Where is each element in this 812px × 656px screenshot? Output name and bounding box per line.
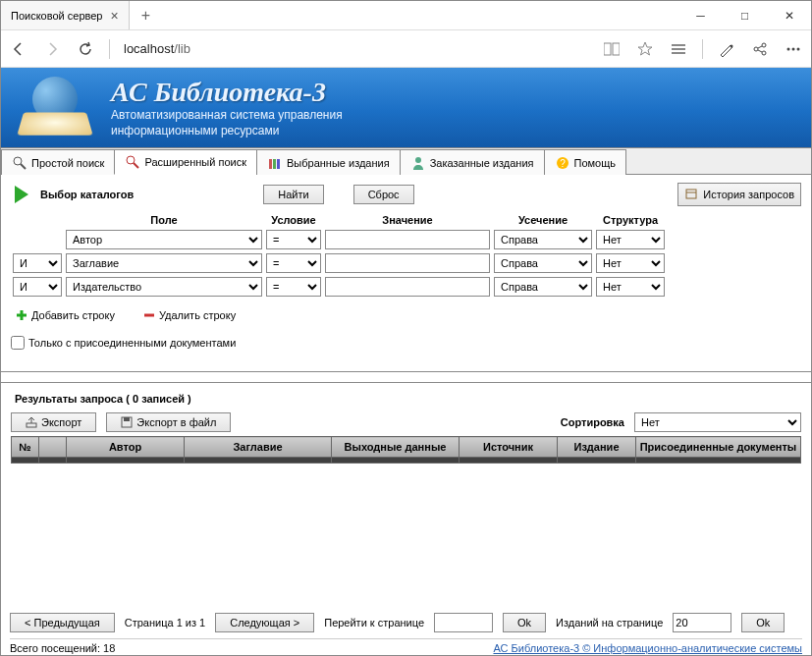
svg-rect-0 (604, 43, 611, 55)
col-chk[interactable] (39, 437, 67, 458)
export-file-button[interactable]: Экспорт в файл (106, 412, 231, 432)
share-icon[interactable] (750, 39, 770, 59)
col-source[interactable]: Источник (460, 437, 558, 458)
attached-checkbox[interactable] (11, 336, 25, 350)
attached-label: Только с присоединенными документами (28, 337, 236, 349)
cond-select[interactable]: = (266, 277, 321, 297)
cond-select[interactable]: = (266, 230, 321, 249)
refresh-button[interactable] (76, 39, 95, 59)
tab-help[interactable]: ?Помощь (544, 149, 627, 175)
svg-point-5 (731, 44, 733, 47)
note-icon[interactable] (717, 39, 736, 59)
goto-ok-button[interactable]: Ok (503, 613, 546, 632)
trunc-select[interactable]: Справа (494, 230, 592, 249)
url-field[interactable]: localhost/lib (124, 41, 588, 56)
forward-button[interactable] (42, 39, 62, 59)
del-row-button[interactable]: Удалить строку (142, 308, 236, 322)
disk-icon (121, 416, 133, 428)
op-select[interactable]: И (13, 277, 62, 297)
history-button[interactable]: История запросов (677, 183, 801, 206)
footer: Всего посещений: 18 АС Библиотека-3 © Ин… (10, 638, 802, 654)
trunc-select[interactable]: Справа (494, 277, 592, 297)
banner: АС Библиотека-3 Автоматизированная систе… (1, 68, 811, 148)
struct-select[interactable]: Нет (596, 230, 665, 249)
col-author[interactable]: Автор (67, 437, 185, 458)
field-select[interactable]: Автор (66, 230, 262, 249)
query-row: И Заглавие = Справа Нет (11, 251, 667, 275)
trunc-select[interactable]: Справа (494, 253, 592, 273)
perpage-input[interactable] (673, 613, 731, 632)
query-row: Автор = Справа Нет (11, 228, 667, 251)
svg-line-9 (758, 46, 762, 48)
pager: < Предыдущая Страница 1 из 1 Следующая >… (10, 613, 802, 632)
logo-icon (13, 75, 101, 141)
col-field: Поле (64, 212, 264, 228)
svg-rect-18 (269, 159, 272, 169)
footer-link[interactable]: АС Библиотека-3 © Информационно-аналитич… (493, 642, 802, 654)
address-bar: localhost/lib (1, 30, 811, 68)
perpage-ok-button[interactable]: Ok (741, 613, 785, 632)
query-table: Поле Условие Значение Усечение Структура… (11, 212, 667, 299)
col-attached[interactable]: Присоединенные документы (636, 437, 801, 458)
value-input[interactable] (325, 253, 490, 273)
page-label: Страница 1 из 1 (125, 617, 205, 629)
magnifier-icon (12, 155, 27, 171)
svg-point-11 (787, 47, 790, 50)
add-row-button[interactable]: Добавить строку (15, 308, 115, 322)
new-tab-button[interactable]: + (130, 7, 162, 25)
more-icon[interactable] (784, 39, 803, 59)
svg-rect-29 (27, 423, 36, 427)
svg-rect-20 (277, 159, 280, 169)
struct-select[interactable]: Нет (596, 277, 665, 297)
svg-point-14 (14, 157, 22, 165)
svg-rect-19 (273, 159, 276, 169)
field-select[interactable]: Издательство (66, 277, 262, 297)
col-imprint[interactable]: Выходные данные (332, 437, 460, 458)
struct-select[interactable]: Нет (596, 253, 665, 273)
app-subtitle1: Автоматизированная система управления (111, 108, 343, 124)
sort-select[interactable]: Нет (634, 412, 801, 432)
visits-label: Всего посещений: 18 (10, 642, 115, 654)
reading-view-icon[interactable] (602, 39, 622, 59)
reset-button[interactable]: Сброс (353, 185, 414, 204)
tab-selected[interactable]: Выбранные издания (256, 149, 401, 175)
tab-advanced-search[interactable]: Расширенный поиск (114, 149, 257, 175)
svg-rect-1 (613, 43, 620, 55)
goto-input[interactable] (434, 613, 493, 632)
tab-simple-search[interactable]: Простой поиск (1, 149, 115, 175)
url-path: /lib (174, 41, 190, 56)
cond-select[interactable]: = (266, 253, 321, 273)
svg-text:?: ? (560, 158, 566, 169)
hub-icon[interactable] (669, 39, 688, 59)
app-title: АС Библиотека-3 (111, 77, 343, 108)
url-host: localhost (124, 41, 174, 56)
content: Выбор каталогов Найти Сброс История запр… (1, 175, 811, 357)
value-input[interactable] (325, 277, 490, 297)
svg-line-17 (134, 163, 138, 168)
field-select[interactable]: Заглавие (66, 253, 262, 273)
favorite-icon[interactable] (635, 39, 655, 59)
close-tab-icon[interactable]: × (110, 8, 118, 24)
catalog-label: Выбор каталогов (40, 189, 134, 200)
next-page-button[interactable]: Следующая > (215, 613, 314, 632)
svg-rect-24 (686, 190, 696, 198)
close-button[interactable]: ✕ (767, 1, 811, 30)
col-title[interactable]: Заглавие (185, 437, 332, 458)
prev-page-button[interactable]: < Предыдущая (10, 613, 115, 632)
tab-ordered[interactable]: Заказанные издания (400, 149, 545, 175)
magnifier-plus-icon (125, 154, 140, 170)
export-button[interactable]: Экспорт (11, 412, 96, 432)
maximize-button[interactable]: □ (723, 1, 767, 30)
svg-point-21 (415, 157, 421, 163)
op-select[interactable]: И (13, 253, 62, 273)
svg-point-12 (792, 47, 795, 50)
find-button[interactable]: Найти (263, 185, 323, 204)
col-num[interactable]: № (12, 437, 39, 458)
back-button[interactable] (9, 39, 28, 59)
query-row: И Издательство = Справа Нет (11, 275, 667, 299)
col-edition[interactable]: Издание (558, 437, 636, 458)
play-icon[interactable] (15, 186, 28, 203)
browser-tab[interactable]: Поисковой сервер × (1, 1, 130, 29)
value-input[interactable] (325, 230, 490, 249)
minimize-button[interactable]: ─ (678, 1, 723, 30)
